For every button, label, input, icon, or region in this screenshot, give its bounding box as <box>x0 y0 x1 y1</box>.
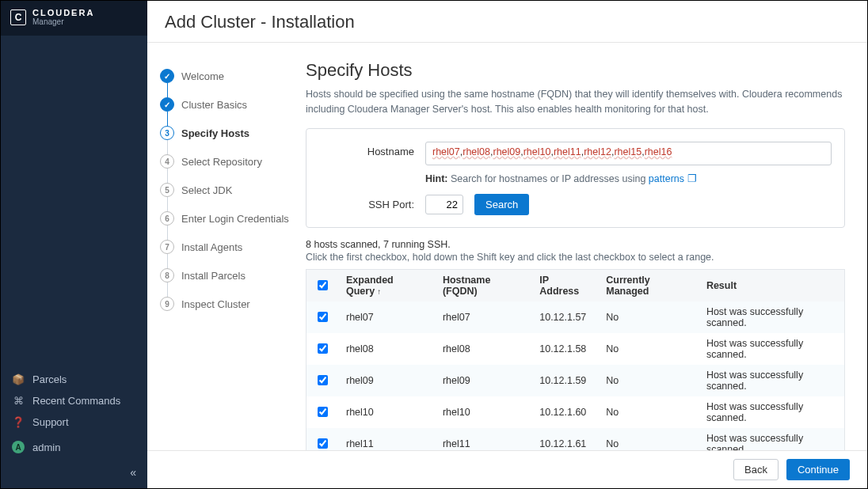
cell-hostname: rhel09 <box>435 365 531 396</box>
col-hostname[interactable]: Hostname (FQDN) <box>435 269 531 301</box>
step-indicator-icon: 5 <box>160 183 174 197</box>
step-indicator-icon: ✓ <box>160 69 174 83</box>
step-label: Select Repository <box>181 156 262 168</box>
cell-hostname: rhel11 <box>435 428 531 451</box>
sidebar-item-recent-commands[interactable]: ⌘Recent Commands <box>1 390 147 411</box>
step-indicator-icon: 8 <box>160 268 174 282</box>
cell-expanded-query: rhel11 <box>338 428 435 451</box>
cell-hostname: rhel08 <box>435 333 531 365</box>
row-checkbox[interactable] <box>318 407 328 417</box>
sidebar-item-support[interactable]: ❓Support <box>1 411 147 433</box>
col-expanded-query[interactable]: Expanded Query↑ <box>338 269 435 301</box>
scan-hint: Click the first checkbox, hold down the … <box>306 252 845 263</box>
step-indicator-icon: 6 <box>160 211 174 226</box>
scan-summary: 8 hosts scanned, 7 running SSH. <box>306 239 845 250</box>
step-label: Enter Login Credentials <box>181 213 289 225</box>
cell-result: Host was successfully scanned. <box>699 301 845 333</box>
panel-help-text: Hosts should be specified using the same… <box>306 87 845 117</box>
step-label: Welcome <box>181 70 224 82</box>
cell-managed: No <box>598 428 699 451</box>
hostname-input[interactable]: rhel07,rhel08,rhel09,rhel10,rhel11,rhel1… <box>425 142 832 165</box>
sidebar-item-label: Support <box>32 416 69 428</box>
support-icon: ❓ <box>12 416 25 428</box>
panel: Specify Hosts Hosts should be specified … <box>290 43 867 450</box>
wizard-steps: ✓Welcome✓Cluster Basics3Specify Hosts4Se… <box>147 43 290 450</box>
back-button[interactable]: Back <box>733 459 779 480</box>
host-search-box: Hostname rhel07,rhel08,rhel09,rhel10,rhe… <box>306 128 845 228</box>
row-checkbox[interactable] <box>318 312 328 322</box>
external-link-icon: ❐ <box>687 173 697 184</box>
sidebar-item-parcels[interactable]: 📦Parcels <box>1 369 147 390</box>
col-result[interactable]: Result <box>699 269 845 301</box>
sidebar-item-label: Recent Commands <box>32 395 120 407</box>
row-checkbox[interactable] <box>318 375 328 385</box>
step-indicator-icon: 3 <box>160 126 174 140</box>
cell-managed: No <box>598 365 699 396</box>
cell-ip: 10.12.1.60 <box>531 396 598 428</box>
hosts-table: Expanded Query↑ Hostname (FQDN) IP Addre… <box>306 269 845 451</box>
wizard-step-enter-login-credentials[interactable]: 6Enter Login Credentials <box>160 204 290 233</box>
wizard-step-install-agents[interactable]: 7Install Agents <box>160 233 290 261</box>
step-label: Cluster Basics <box>181 99 247 111</box>
cell-expanded-query: rhel07 <box>338 301 435 333</box>
sort-asc-icon: ↑ <box>377 287 381 296</box>
cell-expanded-query: rhel10 <box>338 396 435 428</box>
step-indicator-icon: 9 <box>160 297 174 311</box>
row-checkbox[interactable] <box>318 343 328 354</box>
wizard-step-select-jdk[interactable]: 5Select JDK <box>160 176 290 204</box>
brand-name: CLOUDERA <box>32 9 94 18</box>
recent-commands-icon: ⌘ <box>12 395 25 407</box>
table-row: rhel09rhel0910.12.1.59NoHost was success… <box>306 365 845 396</box>
cell-managed: No <box>598 333 699 365</box>
search-button[interactable]: Search <box>474 194 529 215</box>
sidebar-collapse-button[interactable]: « <box>1 458 147 488</box>
hostname-label: Hostname <box>319 142 414 157</box>
wizard-step-select-repository[interactable]: 4Select Repository <box>160 147 290 176</box>
cell-ip: 10.12.1.58 <box>531 333 598 365</box>
brand-logo-icon: C <box>10 9 26 25</box>
sidebar-user-label: admin <box>32 442 60 453</box>
patterns-link[interactable]: patterns ❐ <box>649 173 697 184</box>
step-label: Install Agents <box>181 241 242 253</box>
table-row: rhel11rhel1110.12.1.61NoHost was success… <box>306 428 845 451</box>
wizard-step-specify-hosts[interactable]: 3Specify Hosts <box>160 119 290 147</box>
page-title: Add Cluster - Installation <box>165 12 850 32</box>
cell-expanded-query: rhel08 <box>338 333 435 365</box>
parcels-icon: 📦 <box>12 373 25 385</box>
page-header: Add Cluster - Installation <box>147 1 867 43</box>
cell-hostname: rhel10 <box>435 396 531 428</box>
main: Add Cluster - Installation ✓Welcome✓Clus… <box>147 1 867 488</box>
wizard-step-welcome[interactable]: ✓Welcome <box>160 62 290 90</box>
continue-button[interactable]: Continue <box>786 459 850 480</box>
step-indicator-icon: 4 <box>160 154 174 169</box>
select-all-checkbox[interactable] <box>318 280 328 290</box>
step-label: Install Parcels <box>181 270 246 282</box>
cell-managed: No <box>598 396 699 428</box>
wizard-step-cluster-basics[interactable]: ✓Cluster Basics <box>160 90 290 119</box>
avatar: A <box>12 441 25 453</box>
brand[interactable]: C CLOUDERA Manager <box>1 1 147 36</box>
panel-heading: Specify Hosts <box>306 60 845 81</box>
cell-expanded-query: rhel09 <box>338 365 435 396</box>
sidebar: C CLOUDERA Manager 📦Parcels⌘Recent Comma… <box>1 1 147 488</box>
wizard-step-install-parcels[interactable]: 8Install Parcels <box>160 261 290 290</box>
row-checkbox[interactable] <box>318 438 328 449</box>
step-label: Specify Hosts <box>181 127 249 139</box>
cell-result: Host was successfully scanned. <box>699 428 845 451</box>
ssh-port-input[interactable] <box>425 195 463 214</box>
cell-ip: 10.12.1.57 <box>531 301 598 333</box>
step-indicator-icon: 7 <box>160 240 174 254</box>
cell-result: Host was successfully scanned. <box>699 396 845 428</box>
sidebar-item-label: Parcels <box>32 373 67 385</box>
table-row: rhel07rhel0710.12.1.57NoHost was success… <box>306 301 845 333</box>
sidebar-item-user[interactable]: A admin <box>1 436 147 458</box>
col-ip[interactable]: IP Address <box>531 269 598 301</box>
table-row: rhel10rhel1010.12.1.60NoHost was success… <box>306 396 845 428</box>
cell-hostname: rhel07 <box>435 301 531 333</box>
hostname-hint: Hint: Search for hostnames or IP address… <box>425 172 697 184</box>
cell-ip: 10.12.1.61 <box>531 428 598 451</box>
col-managed[interactable]: Currently Managed <box>598 269 699 301</box>
cell-managed: No <box>598 301 699 333</box>
wizard-step-inspect-cluster[interactable]: 9Inspect Cluster <box>160 290 290 318</box>
ssh-port-label: SSH Port: <box>319 199 414 210</box>
